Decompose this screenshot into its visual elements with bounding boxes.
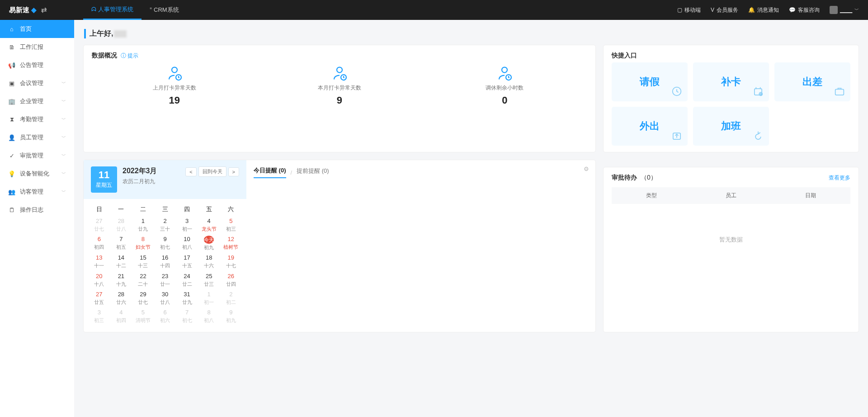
calendar-day[interactable]: 18十六 — [198, 252, 220, 270]
gear-icon[interactable]: ⚙ — [584, 166, 589, 172]
topnav-item[interactable]: ᙾCRM系统 — [142, 0, 187, 20]
sidebar-item-home[interactable]: ⌂首页 — [0, 20, 74, 38]
calendar-day[interactable]: 17十五 — [176, 252, 198, 270]
calendar-day[interactable]: 6初四 — [88, 233, 110, 252]
calendar-day[interactable]: 16十四 — [154, 252, 176, 270]
staff-icon: 👤 — [8, 134, 15, 141]
calendar-day[interactable]: 29廿七 — [132, 289, 154, 307]
sidebar-label: 工作汇报 — [20, 43, 43, 51]
tab-today-reminder[interactable]: 今日提醒 (0) — [254, 166, 286, 178]
sidebar-item-horn[interactable]: 📢公告管理 — [0, 56, 74, 74]
quick-外出[interactable]: 外出 — [612, 107, 688, 146]
dow-cell: 二 — [132, 203, 154, 215]
sidebar-label: 审批管理 — [20, 152, 43, 160]
calendar-day[interactable]: 5清明节 — [132, 307, 154, 325]
calendar-day[interactable]: 28廿六 — [110, 289, 132, 307]
greeting: 上午好, — [84, 29, 859, 38]
swap-icon[interactable]: ⇄ — [41, 6, 47, 14]
calendar-day[interactable]: 1初一 — [198, 289, 220, 307]
notice-link[interactable]: 🔔消息通知 — [748, 6, 779, 14]
org-icon: 🏢 — [8, 98, 15, 105]
calendar-day[interactable]: 28廿八 — [110, 215, 132, 233]
calendar-day[interactable]: 14十二 — [110, 252, 132, 270]
sidebar-item-staff[interactable]: 👤员工管理﹀ — [0, 128, 74, 147]
topnav-item[interactable]: ᗣ人事管理系统 — [83, 0, 142, 20]
person-icon: ᗣ — [91, 6, 96, 13]
bell-icon: 🔔 — [748, 7, 755, 13]
svg-point-4 — [502, 67, 507, 73]
calendar-day[interactable]: 2初二 — [220, 289, 242, 307]
calendar-day[interactable]: 4初四 — [110, 307, 132, 325]
calendar-day[interactable]: 22二十 — [132, 270, 154, 289]
calendar-day[interactable]: 7初五 — [110, 233, 132, 252]
calendar-day[interactable]: 6初六 — [154, 307, 176, 325]
calendar-day[interactable]: 今天初九 — [198, 233, 220, 252]
chevron-down-icon: ﹀ — [61, 134, 66, 141]
sidebar-item-doc[interactable]: 🗎工作汇报 — [0, 38, 74, 56]
calendar-day[interactable]: 31廿九 — [176, 289, 198, 307]
sidebar-item-approve[interactable]: ✓审批管理﹀ — [0, 147, 74, 165]
lunar-label: 农历二月初九 — [123, 178, 157, 185]
table-header: 员工 — [691, 187, 771, 204]
sidebar-item-device[interactable]: 💡设备智能化﹀ — [0, 165, 74, 183]
quick-请假[interactable]: 请假 — [612, 62, 688, 101]
today-button[interactable]: 回到今天 — [198, 166, 226, 177]
quick-entry-card: 快捷入口 请假补卡出差外出加班 — [603, 45, 859, 152]
quick-icon — [670, 129, 683, 142]
sidebar-item-org[interactable]: 🏢企业管理﹀ — [0, 92, 74, 110]
calendar-day[interactable]: 25廿三 — [198, 270, 220, 289]
calendar-day[interactable]: 30廿八 — [154, 289, 176, 307]
calendar-day[interactable]: 20十八 — [88, 270, 110, 289]
calendar-day[interactable]: 4龙头节 — [198, 215, 220, 233]
calendar-day[interactable]: 5初三 — [220, 215, 242, 233]
quick-加班[interactable]: 加班 — [693, 107, 769, 146]
hint-link[interactable]: ⓘ 提示 — [121, 52, 138, 60]
calendar-day[interactable]: 8妇女节 — [132, 233, 154, 252]
calendar-day[interactable]: 15十三 — [132, 252, 154, 270]
mobile-link[interactable]: ▢移动端 — [677, 6, 701, 14]
calendar-nav: < 回到今天 > — [185, 166, 239, 177]
calendar-day[interactable]: 1廿九 — [132, 215, 154, 233]
calendar-day[interactable]: 27廿五 — [88, 289, 110, 307]
calendar-day[interactable]: 13十一 — [88, 252, 110, 270]
calendar-day[interactable]: 9初九 — [220, 307, 242, 325]
calendar-day[interactable]: 2三十 — [154, 215, 176, 233]
sidebar-item-meeting[interactable]: ▣会议管理﹀ — [0, 74, 74, 92]
sidebar-label: 考勤管理 — [20, 115, 43, 123]
quick-补卡[interactable]: 补卡 — [693, 62, 769, 101]
calendar-day[interactable]: 23廿一 — [154, 270, 176, 289]
next-month-button[interactable]: > — [228, 167, 239, 176]
svg-point-0 — [172, 67, 177, 73]
calendar-day[interactable]: 3初三 — [88, 307, 110, 325]
calendar-day[interactable]: 27廿七 — [88, 215, 110, 233]
data-overview-card: 数据概况 ⓘ 提示 上月打卡异常天数19本月打卡异常天数9调休剩余小时数0 — [83, 45, 596, 152]
prev-month-button[interactable]: < — [185, 167, 196, 176]
calendar-day[interactable]: 26廿四 — [220, 270, 242, 289]
calendar-day[interactable]: 10初八 — [176, 233, 198, 252]
quick-出差[interactable]: 出差 — [774, 62, 850, 101]
calendar-day[interactable]: 9初七 — [154, 233, 176, 252]
calendar-day[interactable]: 21十九 — [110, 270, 132, 289]
month-label: 2022年3月 — [123, 166, 157, 176]
member-link[interactable]: V会员服务 — [711, 6, 738, 14]
approve-icon: ✓ — [8, 152, 15, 159]
log-icon: 🗒 — [8, 207, 15, 213]
calendar-day[interactable]: 8初八 — [198, 307, 220, 325]
calendar-day[interactable]: 12植树节 — [220, 233, 242, 252]
service-link[interactable]: 💬客服咨询 — [789, 6, 820, 14]
user-menu[interactable]: ▁▁▁﹀ — [830, 6, 859, 14]
logo[interactable]: 易新速 ◆ ⇄ — [9, 6, 47, 14]
calendar-day[interactable]: 24廿二 — [176, 270, 198, 289]
sidebar-item-log[interactable]: 🗒操作日志 — [0, 201, 74, 219]
calendar-day[interactable]: 19十七 — [220, 252, 242, 270]
sidebar-item-visitor[interactable]: 👥访客管理﹀ — [0, 183, 74, 201]
calendar-day[interactable]: 3初一 — [176, 215, 198, 233]
sidebar-item-clock[interactable]: ⧗考勤管理﹀ — [0, 110, 74, 128]
chevron-down-icon: ﹀ — [854, 7, 859, 13]
view-more-link[interactable]: 查看更多 — [829, 174, 850, 182]
tab-advance-reminder[interactable]: 提前提醒 (0) — [297, 167, 329, 178]
calendar-header: 11 星期五 2022年3月 农历二月初九 < 回到今天 > — [84, 160, 246, 199]
user-clock-icon — [496, 65, 513, 81]
calendar-day[interactable]: 7初七 — [176, 307, 198, 325]
svg-point-2 — [337, 67, 342, 73]
